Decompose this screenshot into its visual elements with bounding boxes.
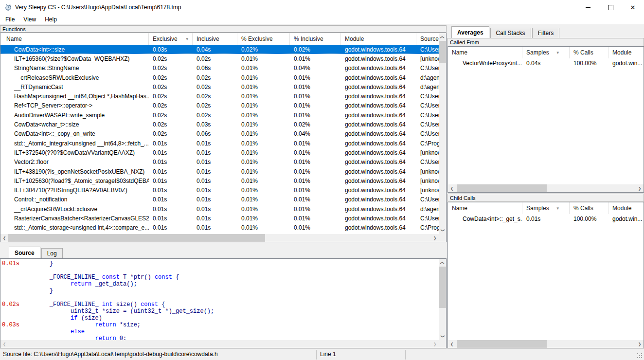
column-header-label: Samples [526, 205, 549, 212]
column-header-inclusive[interactable]: Inclusive [193, 33, 237, 45]
called-from-horizontal-scrollbar[interactable]: ❮ ❯ [448, 184, 644, 192]
scroll-right-icon[interactable]: ❯ [431, 340, 439, 348]
column-header-name[interactable]: Name [0, 33, 149, 45]
horizontal-scroll-thumb[interactable] [457, 184, 547, 192]
tab-filters[interactable]: Filters [532, 28, 560, 38]
table-cell: VectorWriteProxy<int... [448, 60, 522, 67]
source-horizontal-scrollbar[interactable]: ❮ ❯ [0, 340, 439, 348]
table-row[interactable]: ILT+372540(??0?$CowDataVVariantQEAAXZ)0.… [0, 148, 439, 157]
scroll-track[interactable] [265, 234, 431, 242]
minimize-button[interactable] [577, 0, 599, 15]
code-text: return *size; [0, 322, 141, 328]
table-cell: godot.windows.tools.64 [341, 223, 416, 233]
column-header-module[interactable]: Module [608, 47, 644, 58]
scroll-left-icon[interactable]: ❮ [0, 234, 8, 242]
table-cell: 100.00% [570, 60, 608, 67]
scroll-left-icon[interactable]: ❮ [448, 340, 456, 348]
source-vertical-scrollbar[interactable]: ❮ ❮ [439, 259, 446, 340]
scroll-track[interactable] [547, 340, 636, 348]
vertical-scroll-thumb[interactable] [439, 267, 446, 308]
table-row[interactable]: StringName::StringName0.02s0.06s0.01%0.0… [0, 64, 439, 73]
column-header-name[interactable]: Name [448, 202, 522, 214]
scroll-right-icon[interactable]: ❯ [431, 234, 439, 242]
tab-source[interactable]: Source [9, 247, 40, 258]
functions-horizontal-scrollbar[interactable]: ❮ ❯ [0, 234, 439, 242]
table-row[interactable]: std::_Atomic_storage<unsigned int,4>::co… [0, 223, 439, 233]
maximize-button[interactable] [599, 0, 622, 15]
menu-item-view[interactable]: View [19, 15, 40, 24]
scroll-track[interactable] [8, 340, 431, 348]
table-row[interactable]: RasterizerCanvasBatcher<RasterizerCanvas… [0, 214, 439, 223]
column-header-module[interactable]: Module [608, 202, 644, 214]
table-row[interactable]: std::_Atomic_integral<unsigned __int64,8… [0, 139, 439, 148]
table-cell: godot.windows.tools.64 [341, 54, 416, 63]
table-row[interactable]: Ref<TCP_Server>::operator->0.02s0.02s0.0… [0, 101, 439, 110]
column-header-calls[interactable]: % Calls [570, 202, 608, 214]
horizontal-scroll-thumb[interactable] [8, 234, 265, 242]
table-row[interactable]: ILT+304710(??HStringQEBA?AV0AEBV0Z)0.01s… [0, 185, 439, 195]
resize-grip[interactable] [637, 353, 642, 358]
horizontal-scroll-thumb[interactable] [457, 340, 547, 348]
table-row[interactable]: ILT+1025630(?load?$_Atomic_storageI$03st… [0, 176, 439, 185]
tab-averages[interactable]: Averages [451, 26, 489, 38]
table-cell: 0.01% [290, 214, 341, 223]
table-row[interactable]: VectorWriteProxy<int...0.04s100.00%godot… [448, 58, 644, 68]
table-cell: 0.01% [237, 148, 290, 157]
table-row[interactable]: CowData<int>::_copy_on_write0.02s0.06s0.… [0, 129, 439, 139]
tab-log[interactable]: Log [41, 248, 63, 258]
table-row[interactable]: __RTDynamicCast0.02s0.02s0.01%0.01%godot… [0, 82, 439, 91]
menu-item-help[interactable]: Help [40, 15, 61, 24]
table-row[interactable]: Control::_notification0.01s0.01s0.01%0.0… [0, 195, 439, 204]
called-from-table: NameSamples▼% CallsModule VectorWritePro… [447, 46, 644, 193]
code-text: _FORCE_INLINE_ int size() const { [0, 301, 165, 308]
source-view[interactable]: 0.01s } _FORCE_INLINE_ const T *ptr() co… [0, 258, 447, 348]
status-bar: Source file: C:\Users\Hugo\AppData\Local… [0, 348, 644, 360]
table-row[interactable]: __crtAcquireSRWLockExclusive0.01s0.01s0.… [0, 204, 439, 214]
scroll-down-icon[interactable]: ❮ [439, 226, 446, 234]
column-header-module[interactable]: Module [341, 33, 416, 45]
scroll-left-icon[interactable]: ❮ [0, 340, 8, 348]
table-cell: d:\agen [416, 204, 439, 214]
column-header-source[interactable]: Source [416, 33, 439, 45]
column-header-name[interactable]: Name [448, 47, 522, 58]
scroll-up-icon[interactable]: ❮ [439, 259, 446, 267]
table-row[interactable]: ILT+165360(?size?$CowData_WQEBAHXZ)0.02s… [0, 54, 439, 63]
functions-vertical-scrollbar[interactable]: ❮ ❮ [439, 33, 446, 234]
column-header-exclusive[interactable]: Exclusive▼ [149, 33, 193, 45]
table-cell: [unknow [416, 54, 439, 63]
scroll-right-icon[interactable]: ❯ [636, 340, 644, 348]
table-row[interactable]: Vector2::floor0.01s0.01s0.01%0.01%godot.… [0, 158, 439, 167]
child-calls-header: NameSamples▼% CallsModule [448, 202, 644, 214]
table-cell: godot.windows.tools.64 [341, 167, 416, 176]
table-row[interactable]: __crtReleaseSRWLockExclusive0.02s0.02s0.… [0, 73, 439, 82]
table-cell: C:\User [416, 158, 439, 167]
table-row[interactable]: HashMap<unsigned __int64,Object *,HashMa… [0, 91, 439, 101]
table-row[interactable]: AudioDriverWASAPI::write_sample0.02s0.02… [0, 110, 439, 120]
close-button[interactable]: ✕ [622, 0, 644, 15]
column-header-samples[interactable]: Samples▼ [522, 47, 570, 58]
scroll-down-icon[interactable]: ❮ [439, 332, 446, 340]
vertical-scroll-thumb[interactable] [439, 41, 446, 63]
column-header-label: Name [6, 36, 22, 42]
scroll-track[interactable] [547, 184, 636, 192]
scroll-right-icon[interactable]: ❯ [636, 184, 644, 192]
table-cell: godot.windows.tools.64 [341, 148, 416, 157]
column-header-samples[interactable]: Samples▼ [522, 202, 570, 214]
column-header-calls[interactable]: % Calls [570, 47, 608, 58]
menu-item-file[interactable]: File [1, 15, 19, 24]
table-row[interactable]: ILT+438190(?is_openNetSocketPosixUEBA_NX… [0, 167, 439, 176]
code-text: uint32_t *size = (uint32_t *)_get_size()… [0, 308, 214, 315]
column-header-inclusive[interactable]: % Inclusive [290, 33, 341, 45]
tab-call-stacks[interactable]: Call Stacks [490, 28, 531, 38]
child-calls-horizontal-scrollbar[interactable]: ❮ ❯ [448, 340, 644, 348]
table-row[interactable]: CowData<wchar_t>::size0.02s0.03s0.01%0.0… [0, 120, 439, 129]
column-header-exclusive[interactable]: % Exclusive [237, 33, 290, 45]
table-row[interactable]: CowData<int>::_get_s...0.01s100.00%godot… [448, 214, 644, 224]
table-row[interactable]: CowData<int>::size0.03s0.04s0.02%0.02%go… [0, 45, 439, 54]
table-cell: 0.01s [193, 158, 237, 167]
table-cell: C:\User [416, 91, 439, 101]
table-cell: 0.01s [193, 214, 237, 223]
source-code-line: if (size) [0, 315, 439, 322]
scroll-left-icon[interactable]: ❮ [448, 184, 456, 192]
scroll-up-icon[interactable]: ❮ [439, 33, 446, 41]
